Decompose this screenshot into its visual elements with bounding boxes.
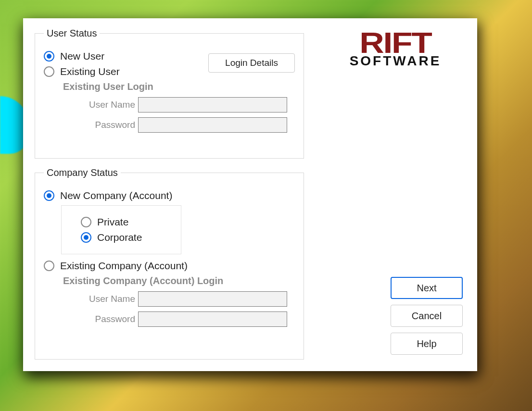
existing-company-login-title: Existing Company (Account) Login xyxy=(63,275,295,286)
company-password-input[interactable] xyxy=(138,311,287,327)
user-username-label: User Name xyxy=(63,100,135,110)
company-username-input[interactable] xyxy=(138,291,287,307)
help-button[interactable]: Help xyxy=(391,333,463,355)
logo-line1: RIFT xyxy=(359,30,431,56)
user-username-input[interactable] xyxy=(138,97,287,112)
company-username-label: User Name xyxy=(63,294,135,304)
private-label[interactable]: Private xyxy=(97,216,128,228)
new-company-label[interactable]: New Company (Account) xyxy=(60,190,172,201)
existing-user-label[interactable]: Existing User xyxy=(60,66,120,77)
new-user-label[interactable]: New User xyxy=(60,50,104,62)
company-status-group: Company Status New Company (Account) Pri… xyxy=(35,167,304,360)
existing-company-radio[interactable] xyxy=(44,261,54,271)
user-status-group: User Status Login Details New User Exist… xyxy=(35,28,304,159)
corporate-radio[interactable] xyxy=(81,232,91,243)
corporate-label[interactable]: Corporate xyxy=(97,232,142,243)
new-company-radio[interactable] xyxy=(44,190,54,201)
new-user-radio[interactable] xyxy=(44,51,54,62)
logo: RIFT SOFTWARE xyxy=(328,28,463,71)
existing-user-radio[interactable] xyxy=(44,66,54,77)
existing-company-label[interactable]: Existing Company (Account) xyxy=(60,260,188,272)
user-password-input[interactable] xyxy=(138,117,287,133)
next-button[interactable]: Next xyxy=(391,277,463,299)
login-details-button[interactable]: Login Details xyxy=(208,53,295,73)
company-password-label: Password xyxy=(63,314,135,324)
private-radio[interactable] xyxy=(81,217,91,227)
user-password-label: Password xyxy=(63,120,135,130)
existing-user-login-title: Existing User Login xyxy=(63,81,295,92)
company-status-legend: Company Status xyxy=(44,167,121,178)
company-type-subgroup: Private Corporate xyxy=(61,205,181,254)
existing-user-login-section: Existing User Login User Name Password xyxy=(63,81,295,133)
cancel-button[interactable]: Cancel xyxy=(391,305,463,327)
existing-company-login-section: Existing Company (Account) Login User Na… xyxy=(63,275,295,327)
dialog-panel: User Status Login Details New User Exist… xyxy=(23,18,477,371)
user-status-legend: User Status xyxy=(44,28,100,39)
